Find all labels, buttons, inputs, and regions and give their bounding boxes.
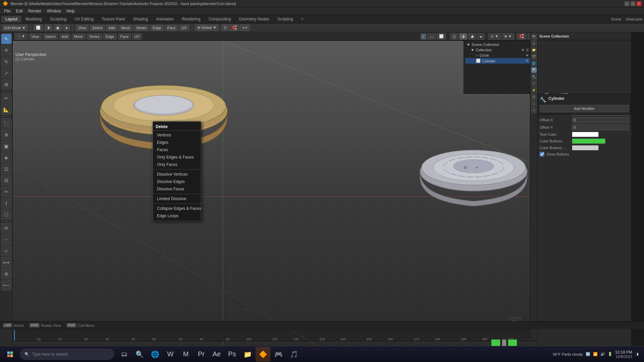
uv-menu[interactable]: UV	[179, 25, 189, 31]
snap-toggle[interactable]: 🧲	[517, 33, 526, 40]
prop-icon-object[interactable]: 📦	[531, 67, 537, 73]
shading-material[interactable]: ◕	[468, 33, 476, 40]
add-modifier-button[interactable]: Add Modifier	[540, 105, 629, 112]
tool-bevel[interactable]: ◈	[1, 152, 12, 163]
viewport-shading-material[interactable]: ◕	[54, 24, 62, 31]
taskbar-app-blender[interactable]: 🔶	[256, 347, 270, 362]
transform-orientation[interactable]: ⊕ Global ▼	[195, 24, 219, 31]
menu-help[interactable]: Help	[64, 8, 77, 14]
tool-smooth[interactable]: ~	[1, 234, 12, 245]
tab-geometry-nodes[interactable]: Geometry Nodes	[235, 16, 273, 22]
tab-rendering[interactable]: Rendering	[178, 16, 204, 22]
taskbar-app-files[interactable]: 📁	[240, 347, 255, 362]
taskbar-app-windows[interactable]: 🗂	[117, 347, 131, 362]
delete-only-faces[interactable]: Only Faces	[153, 161, 201, 168]
prop-icon-view-layer[interactable]: 📁	[531, 47, 537, 53]
tab-texture-paint[interactable]: Texture Paint	[98, 16, 129, 22]
show-desktop-btn[interactable]: ▮	[635, 352, 639, 356]
prop-icon-particles[interactable]: ✦	[531, 80, 537, 86]
tool-push-pull[interactable]: ⟵	[1, 280, 12, 291]
outliner-scene-collection[interactable]: ▼ Scene Collection	[465, 42, 536, 47]
tab-compositing[interactable]: Compositing	[205, 16, 235, 22]
tool-cursor[interactable]: ↖	[1, 34, 12, 44]
shading-rendered[interactable]: ●	[477, 33, 484, 40]
tool-edge-slide[interactable]: ⟺	[1, 257, 12, 268]
collapse-edges-faces[interactable]: Collapse Edges & Faces	[153, 205, 201, 212]
vp-editor-type[interactable]: ⬚ ▼	[15, 33, 28, 40]
taskbar-app-photoshop[interactable]: Ps	[225, 347, 239, 362]
limited-dissolve[interactable]: Limited Dissolve	[153, 195, 201, 202]
mode-selector[interactable]: Edit Mode ▼	[2, 25, 28, 31]
edge-loops[interactable]: Edge Loops	[153, 212, 201, 220]
tab-sculpting[interactable]: Sculpting	[46, 16, 70, 22]
close-button[interactable]: ✕	[637, 1, 641, 6]
tool-annotate[interactable]: ✏	[1, 93, 12, 104]
menu-window[interactable]: Window	[44, 8, 64, 14]
tool-poly-build[interactable]: ⬡	[1, 209, 12, 220]
prop-icon-physics[interactable]: ⚡	[531, 87, 537, 93]
tool-move[interactable]: ✛	[1, 45, 12, 56]
tool-loop-cut[interactable]: ⊡	[1, 164, 12, 174]
show-buttons-checkbox[interactable]	[540, 152, 544, 157]
minimize-button[interactable]: —	[625, 1, 629, 6]
taskbar-search-box[interactable]: 🔍 Type here to search	[20, 349, 114, 360]
shading-solid[interactable]: ◑	[459, 33, 467, 40]
taskbar-clock[interactable]: 10:18 PM 10/8/2023	[615, 350, 632, 359]
offset-x-input[interactable]: 0	[572, 117, 629, 123]
tab-layout[interactable]: Layout	[1, 16, 21, 22]
menu-edit[interactable]: Edit	[13, 8, 25, 14]
vp-uv-menu[interactable]: UV	[132, 34, 142, 40]
view-menu[interactable]: View	[76, 25, 89, 31]
vp-face-menu[interactable]: Face	[118, 34, 131, 40]
prop-icon-scene[interactable]: 🎬	[531, 54, 537, 60]
vertex-menu[interactable]: Vertex	[134, 25, 149, 31]
edge-menu[interactable]: Edge	[150, 25, 164, 31]
tab-add-workspace[interactable]: +	[297, 16, 308, 22]
dissolve-faces[interactable]: Dissolve Faces	[153, 185, 201, 193]
vp-add-menu[interactable]: Add	[59, 34, 70, 40]
taskbar-app-unknown1[interactable]: 🎮	[271, 347, 286, 362]
offset-y-input[interactable]: 0	[572, 124, 629, 130]
prop-icon-modifier[interactable]: 🔧	[531, 74, 537, 80]
vp-mesh-menu[interactable]: Mesh	[72, 34, 86, 40]
tool-transform[interactable]: ⊞	[1, 79, 12, 90]
tool-add-cube[interactable]: ⬛	[1, 118, 12, 129]
menu-file[interactable]: File	[1, 8, 13, 14]
tool-rotate[interactable]: ↻	[1, 56, 12, 67]
tool-inset[interactable]: ▣	[1, 141, 12, 152]
tab-scripting[interactable]: Scripting	[273, 16, 297, 22]
delete-faces[interactable]: Faces	[153, 146, 201, 154]
prop-icon-world[interactable]: 🌐	[531, 60, 537, 66]
vp-vertex-menu[interactable]: Vertex	[87, 34, 102, 40]
viewport-shading-solid[interactable]: ◑	[44, 24, 52, 31]
outliner-circle[interactable]: ○ Circle 👁 📷	[465, 53, 536, 58]
viewport-shading-rendered[interactable]: ●	[63, 25, 70, 31]
outliner-cylinder[interactable]: ⬜ Cylinder 👁 📷	[465, 58, 536, 64]
tab-uv-editing[interactable]: UV Editing	[70, 16, 98, 22]
vertex-select-mode[interactable]: •	[421, 34, 427, 40]
tool-bisect[interactable]: ∤	[1, 198, 12, 208]
viewport-canvas[interactable]: ⊛ ✦ User Perspective (1) Cylinder Y	[13, 41, 537, 352]
vp-edge-menu[interactable]: Edge	[103, 34, 117, 40]
tool-scale[interactable]: ⤢	[1, 68, 12, 78]
select-menu[interactable]: Select	[90, 25, 105, 31]
tool-knife[interactable]: ✂	[1, 186, 12, 197]
face-select-mode[interactable]: ⬜	[437, 33, 446, 40]
tool-spin[interactable]: ⟳	[1, 223, 12, 234]
xray-toggle[interactable]: ◫	[450, 33, 458, 40]
taskbar-app-aftereffects[interactable]: Ae	[209, 347, 224, 362]
prop-icon-constraints[interactable]: ⛓	[531, 94, 537, 100]
prop-icon-data[interactable]: △	[531, 101, 537, 107]
dissolve-edges[interactable]: Dissolve Edges	[153, 178, 201, 185]
tab-shading[interactable]: Shading	[129, 16, 152, 22]
taskbar-app-office[interactable]: M	[178, 347, 193, 362]
overlays-toggle[interactable]: ⊙ ▼	[488, 33, 501, 40]
prop-icon-output[interactable]: 🖨	[531, 40, 537, 46]
tool-extrude[interactable]: ⊕	[1, 129, 12, 140]
taskbar-app-word[interactable]: W	[163, 347, 178, 362]
prop-icon-render[interactable]: 📷	[531, 34, 537, 40]
color-buttons-2-swatch[interactable]	[572, 145, 599, 150]
snap-toggle[interactable]: 🧲	[230, 24, 239, 31]
delete-edges[interactable]: Edges	[153, 139, 201, 146]
mirror-toggle[interactable]: ⟺	[240, 24, 250, 31]
